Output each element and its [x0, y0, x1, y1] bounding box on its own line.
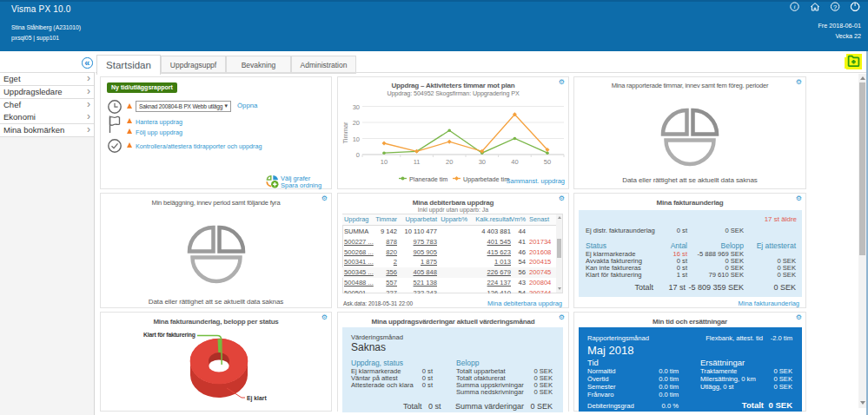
- svg-text:50: 50: [544, 158, 551, 166]
- svg-text:30: 30: [479, 158, 486, 166]
- svg-text:10: 10: [353, 135, 360, 143]
- svg-text:?: ?: [833, 3, 837, 11]
- svg-text:40: 40: [511, 158, 518, 166]
- svg-text:10: 10: [381, 158, 388, 166]
- svg-text:20: 20: [353, 119, 360, 127]
- svg-text:i: i: [794, 3, 796, 10]
- svg-text:Timmar: Timmar: [341, 122, 349, 144]
- svg-text:20: 20: [446, 158, 453, 166]
- svg-text:11: 11: [414, 158, 421, 166]
- svg-text:30: 30: [353, 103, 360, 111]
- svg-text:0: 0: [356, 151, 360, 159]
